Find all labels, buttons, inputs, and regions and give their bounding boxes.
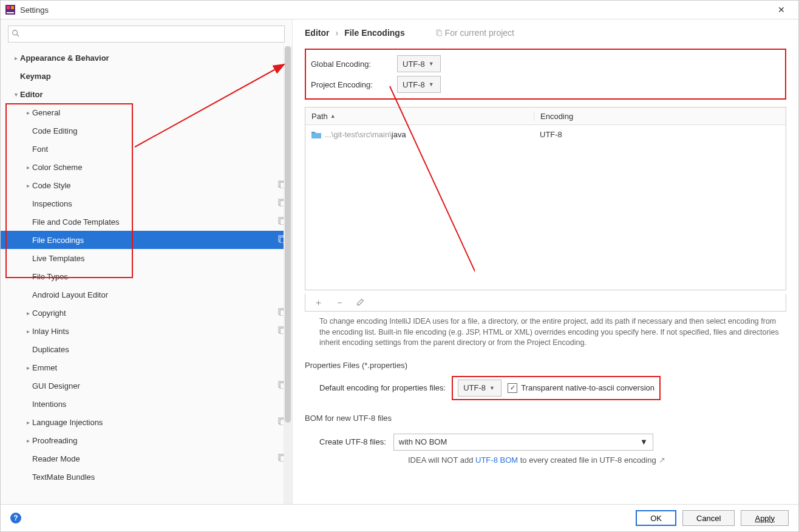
cell-path: ...\git-test\src\main\java: [305, 130, 534, 139]
tree-item-label: Language Injections: [32, 418, 278, 427]
bom-dropdown[interactable]: with NO BOM▼: [393, 434, 653, 451]
tree-item-label: File Encodings: [32, 236, 278, 245]
breadcrumb: Editor › File Encodings For current proj…: [305, 28, 786, 38]
tree-item-label: Android Layout Editor: [32, 290, 286, 299]
ok-button[interactable]: OK: [636, 510, 676, 526]
remove-button[interactable]: －: [335, 297, 344, 309]
cancel-button[interactable]: Cancel: [682, 510, 735, 526]
bom-hint: IDEA will NOT add UTF-8 BOM to every cre…: [305, 455, 786, 465]
tree-item-label: Font: [32, 145, 286, 154]
chevron-right-icon: ▸: [24, 419, 32, 426]
dialog-footer: ? OK Cancel Apply: [1, 504, 798, 531]
tree-item-file-types[interactable]: File Types: [1, 267, 292, 285]
folder-icon: [311, 131, 321, 138]
scope-indicator: For current project: [435, 28, 514, 38]
tree-item-textmate-bundles[interactable]: TextMate Bundles: [1, 468, 292, 486]
tree-item-language-injections[interactable]: ▸Language Injections: [1, 413, 292, 431]
titlebar: Settings ✕: [1, 1, 798, 19]
tree-item-general[interactable]: ▸General: [1, 103, 292, 121]
edit-button[interactable]: [356, 298, 365, 308]
tree-item-code-style[interactable]: ▸Code Style: [1, 176, 292, 194]
sidebar-scrollbar[interactable]: [284, 46, 292, 504]
tree-item-label: Color Scheme: [32, 163, 286, 172]
table-row[interactable]: ...\git-test\src\main\javaUTF-8: [305, 125, 786, 143]
chevron-right-icon: ▸: [24, 164, 32, 171]
search-input[interactable]: [8, 26, 285, 43]
apply-button[interactable]: Apply: [741, 510, 789, 526]
tree-item-label: Duplicates: [32, 345, 286, 354]
help-text: To change encoding IntelliJ IDEA uses fo…: [305, 316, 786, 358]
content-panel: Editor › File Encodings For current proj…: [293, 19, 798, 504]
encoding-block: Global Encoding: UTF-8▼ Project Encoding…: [305, 49, 786, 100]
close-button[interactable]: ✕: [769, 5, 794, 15]
properties-encoding-dropdown[interactable]: UTF-8▼: [458, 380, 501, 397]
tree-item-label: Inspections: [32, 199, 278, 208]
search-icon: [12, 29, 20, 39]
help-button[interactable]: ?: [10, 513, 21, 523]
breadcrumb-root[interactable]: Editor: [305, 28, 329, 38]
tree-item-inlay-hints[interactable]: ▸Inlay Hints: [1, 322, 292, 340]
tree-item-label: Reader Mode: [32, 454, 278, 463]
tree-item-label: GUI Designer: [32, 381, 278, 390]
global-encoding-dropdown[interactable]: UTF-8▼: [397, 55, 441, 72]
chevron-down-icon: ▾: [12, 91, 20, 98]
add-button[interactable]: ＋: [314, 297, 323, 309]
tree-item-appearance-behavior[interactable]: ▸Appearance & Behavior: [1, 49, 292, 67]
chevron-down-icon: ▼: [429, 61, 434, 67]
svg-rect-3: [7, 12, 14, 13]
table-header-encoding[interactable]: Encoding: [534, 112, 786, 121]
bom-label: Create UTF-8 files:: [319, 437, 386, 446]
tree-item-gui-designer[interactable]: GUI Designer: [1, 377, 292, 395]
tree-item-color-scheme[interactable]: ▸Color Scheme: [1, 158, 292, 176]
tree-item-editor[interactable]: ▾Editor: [1, 85, 292, 103]
svg-point-4: [13, 30, 18, 35]
chevron-down-icon: ▼: [640, 437, 648, 446]
settings-window: Settings ✕ ▸Appearance & BehaviorKeymap▾…: [0, 0, 799, 532]
sort-asc-icon: ▲: [330, 113, 336, 119]
utf8-bom-link[interactable]: UTF-8 BOM: [475, 455, 518, 465]
tree-item-label: General: [32, 108, 286, 117]
tree-item-file-and-code-templates[interactable]: File and Code Templates: [1, 213, 292, 231]
native-to-ascii-checkbox[interactable]: ✓ Transparent native-to-ascii conversion: [508, 383, 654, 393]
project-encoding-dropdown[interactable]: UTF-8▼: [397, 76, 441, 93]
tree-item-label: File and Code Templates: [32, 217, 278, 227]
project-encoding-label: Project Encoding:: [311, 80, 389, 89]
tree-item-label: Appearance & Behavior: [20, 53, 286, 63]
tree-item-proofreading[interactable]: ▸Proofreading: [1, 431, 292, 449]
tree-item-android-layout-editor[interactable]: Android Layout Editor: [1, 285, 292, 304]
tree-item-file-encodings[interactable]: File Encodings: [1, 231, 292, 249]
tree-item-duplicates[interactable]: Duplicates: [1, 340, 292, 358]
app-icon: [5, 5, 15, 15]
svg-rect-1: [7, 6, 10, 9]
tree-item-label: Keymap: [20, 72, 286, 81]
tree-item-font[interactable]: Font: [1, 140, 292, 158]
bom-section-title: BOM for new UTF-8 files: [305, 414, 786, 423]
tree-item-code-editing[interactable]: Code Editing: [1, 121, 292, 140]
tree-item-label: Editor: [20, 90, 286, 99]
tree-item-live-templates[interactable]: Live Templates: [1, 249, 292, 267]
checkbox-box: ✓: [508, 383, 517, 393]
tree-item-copyright[interactable]: ▸Copyright: [1, 304, 292, 322]
breadcrumb-sep: ›: [335, 28, 338, 38]
search-box: [8, 26, 285, 43]
tree-item-label: Intentions: [32, 400, 286, 409]
tree-item-label: Live Templates: [32, 254, 286, 263]
tree-item-label: Code Editing: [32, 126, 286, 135]
tree-item-keymap[interactable]: Keymap: [1, 67, 292, 85]
cell-encoding: UTF-8: [534, 130, 786, 139]
svg-rect-2: [11, 6, 14, 9]
svg-rect-25: [438, 31, 441, 36]
table-toolbar: ＋ －: [305, 294, 786, 312]
tree-item-label: Emmet: [32, 363, 286, 372]
chevron-right-icon: ▸: [24, 364, 32, 371]
external-link-icon: ↗: [659, 455, 665, 465]
tree-item-inspections[interactable]: Inspections: [1, 194, 292, 213]
chevron-down-icon: ▼: [429, 81, 434, 87]
tree-item-intentions[interactable]: Intentions: [1, 395, 292, 413]
properties-encoding-label: Default encoding for properties files:: [319, 383, 446, 392]
table-header-path[interactable]: Path ▲: [305, 112, 534, 121]
chevron-right-icon: ▸: [12, 55, 20, 61]
tree-item-emmet[interactable]: ▸Emmet: [1, 358, 292, 377]
tree-item-reader-mode[interactable]: Reader Mode: [1, 449, 292, 468]
tree-item-label: TextMate Bundles: [32, 472, 286, 482]
